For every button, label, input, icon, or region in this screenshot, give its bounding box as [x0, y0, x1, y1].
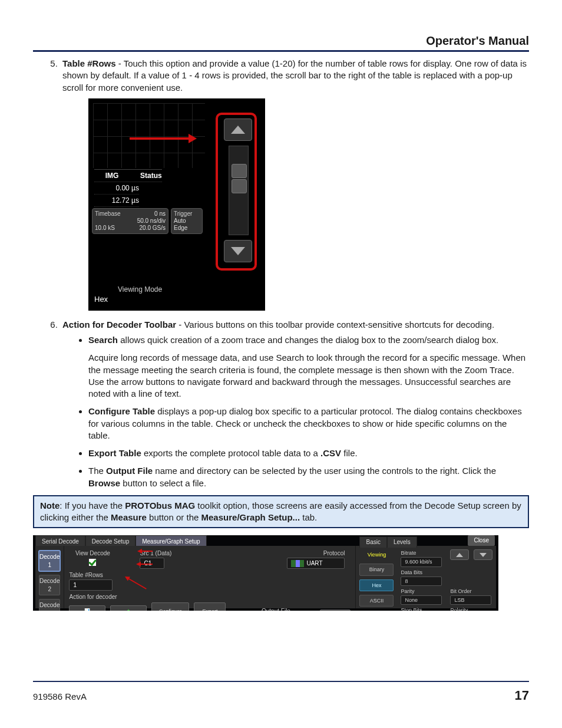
browse-button[interactable]: Browse	[320, 610, 351, 611]
item-6-text: - Various buttons on this toolbar provid…	[176, 319, 494, 330]
scroll-up-button[interactable]	[224, 118, 252, 141]
bullet-search-p1: allows quick creation of a zoom trace an…	[118, 335, 498, 345]
browse-word: Browse	[88, 478, 120, 488]
protocol-label: Protocol	[287, 549, 345, 558]
decode-1-button[interactable]: Decode 1	[39, 551, 60, 571]
viewing-side-list: Viewing Binary Hex ASCII	[359, 549, 394, 607]
item-5-text: - Touch this option and provide a value …	[62, 58, 527, 93]
tab-levels[interactable]: Levels	[387, 536, 417, 548]
bitorder-label: Bit Order	[450, 588, 471, 595]
protocol-field[interactable]: UART	[287, 558, 345, 569]
viewing-binary[interactable]: Binary	[359, 564, 394, 575]
note-measure: Measure	[111, 512, 147, 522]
bullet-export: Export Table exports the complete protoc…	[88, 447, 529, 459]
scrollbar-track[interactable]	[229, 146, 249, 235]
table-rows-field[interactable]: 1	[69, 579, 113, 591]
bullet-output-file: The Output File name and directory can b…	[88, 465, 529, 489]
trigger-box[interactable]: Trigger Auto Edge	[171, 208, 203, 234]
decode-setup-screenshot: Serial Decode Decode Setup Measure/Graph…	[33, 535, 498, 611]
spin-down-button[interactable]	[474, 549, 492, 560]
spin-up-button[interactable]	[450, 549, 469, 560]
timebase-trigger-row: Timebase0 ns 50.0 ns/div 10.0 kS20.0 GS/…	[92, 208, 203, 234]
export-table-button[interactable]: Export Table	[194, 602, 226, 611]
item-6-bullets: Search allows quick creation of a zoom t…	[62, 334, 529, 489]
polarity-label: Polarity	[450, 607, 468, 611]
footer-rev: 919586 RevA	[33, 691, 87, 703]
configure-table-button[interactable]: Configure Table...	[151, 602, 189, 611]
viewing-mode-value[interactable]: Hex	[94, 294, 162, 305]
bullet-export-tail: file.	[341, 448, 358, 458]
scrollbar-thumb[interactable]	[232, 164, 247, 178]
parity-label: Parity	[401, 588, 414, 595]
decode-3-button[interactable]: Decode 3	[39, 599, 60, 611]
triangle-up-icon	[456, 553, 463, 557]
timebase-box[interactable]: Timebase0 ns 50.0 ns/div 10.0 kS20.0 GS/…	[92, 208, 168, 234]
triangle-down-icon	[480, 553, 487, 557]
timebase-rate: 20.0 GS/s	[140, 225, 166, 232]
numbered-list: Table #Rows - Touch this option and prov…	[33, 58, 529, 489]
bullet-search-p2: Acquire long records of message data, an…	[88, 353, 525, 398]
databits-field[interactable]: 8	[401, 577, 442, 586]
col-img: IMG	[94, 171, 130, 180]
bullet-output-tail: button to select a file.	[120, 478, 206, 488]
protocol-value: UART	[306, 560, 322, 566]
bullet-search-label: Search	[88, 335, 118, 345]
triangle-up-icon	[231, 126, 245, 134]
parity-field[interactable]: None	[401, 595, 442, 605]
timebase-pos: 0 ns	[154, 210, 166, 218]
page-title: Operator's Manual	[426, 34, 529, 47]
note-t4: tab.	[300, 512, 317, 522]
col-status: Status	[140, 171, 162, 180]
note-t3: button or the	[147, 512, 201, 522]
red-arrow-icon	[107, 547, 156, 591]
note-box: Note: If you have the PROTObus MAG toolk…	[33, 495, 529, 529]
triangle-down-icon	[231, 247, 245, 255]
item-6: Action for Decoder Toolbar - Various but…	[60, 319, 529, 489]
bitrate-label: Bitrate	[401, 549, 416, 556]
scroll-down-button[interactable]	[224, 240, 252, 262]
bullet-configure: Configure Table displays a pop-up dialog…	[88, 406, 529, 442]
bitrate-spinner	[450, 549, 492, 566]
note-t1: : If you have the	[59, 500, 125, 510]
tab-basic[interactable]: Basic	[359, 536, 386, 548]
note-mag: PROTObus MAG	[125, 500, 195, 510]
action-label: Action for decoder	[69, 593, 351, 601]
footer-page-number: 17	[515, 687, 529, 704]
red-arrow-icon	[130, 137, 194, 140]
search-button[interactable]: ─◈─ Search	[110, 605, 147, 611]
timebase-ks: 10.0 kS	[95, 225, 115, 232]
viewing-ascii[interactable]: ASCII	[359, 595, 394, 607]
bullet-export-text: exports the complete protocol table data…	[141, 448, 320, 458]
bullet-output-label: Output File	[106, 466, 153, 476]
viewing-hex[interactable]: Hex	[359, 579, 394, 591]
page-header: Operator's Manual	[33, 33, 529, 52]
figure-scroll: IMGStatus 0.00 µs 12.72 µs Timebase0 ns …	[88, 98, 529, 311]
bitrate-field[interactable]: 9.600 kbit/s	[401, 557, 442, 566]
decode-mini-table: IMGStatus 0.00 µs 12.72 µs	[94, 169, 162, 207]
bitorder-field[interactable]: LSB	[450, 595, 491, 605]
bullet-output-mid: name and directory can be selected by th…	[153, 466, 496, 476]
item-6-label: Action for Decoder Toolbar	[62, 319, 176, 330]
bullet-configure-label: Configure Table	[88, 406, 155, 416]
close-button[interactable]: Close	[468, 535, 495, 546]
trigger-title: Trigger	[174, 210, 200, 218]
output-file-label: Output File	[236, 607, 315, 611]
stopbits-label: Stop Bits	[401, 607, 422, 611]
item-5: Table #Rows - Touch this option and prov…	[60, 58, 529, 311]
trigger-type: Edge	[174, 225, 200, 232]
view-decode-checkbox[interactable]	[89, 559, 96, 566]
csv-label: .CSV	[320, 448, 341, 458]
table-row: 0.00 µs	[94, 182, 139, 195]
note-lead: Note	[40, 500, 59, 510]
scrollbar-thumb[interactable]	[232, 179, 247, 193]
page-footer: 919586 RevA 17	[33, 681, 529, 704]
measure-button[interactable]: 📊 Measure	[69, 605, 105, 611]
decode-2-button[interactable]: Decode 2	[39, 575, 60, 595]
timebase-title: Timebase	[95, 210, 121, 218]
scope-screenshot-1: IMGStatus 0.00 µs 12.72 µs Timebase0 ns …	[88, 98, 265, 311]
databits-label: Data Bits	[401, 569, 422, 576]
decoder-list: Decode 1 Decode 2 Decode 3 Decode 4	[35, 546, 64, 608]
viewing-mode-label: Viewing Mode	[118, 285, 162, 294]
bullet-output-pre: The	[88, 466, 106, 476]
table-row: 12.72 µs	[94, 195, 139, 207]
